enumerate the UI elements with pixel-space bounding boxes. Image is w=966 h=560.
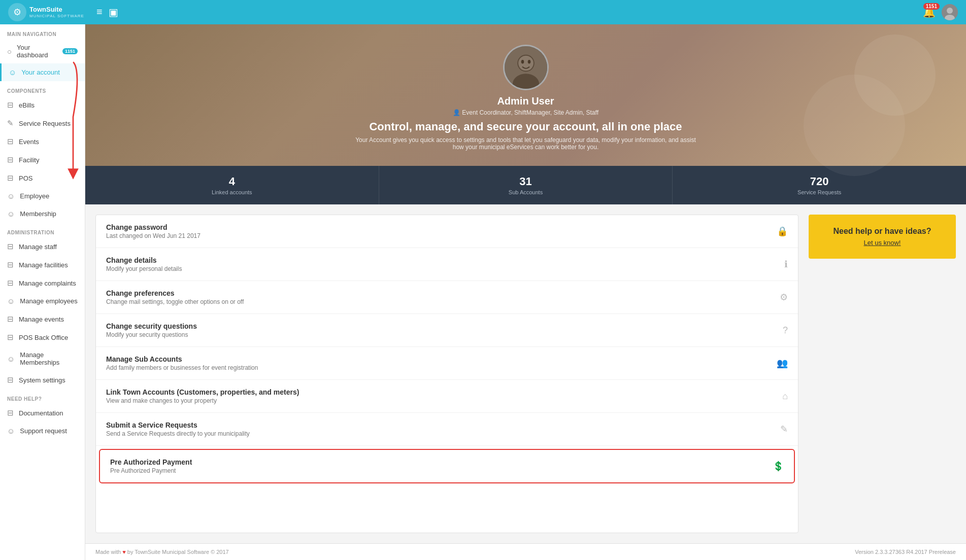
content-area: Change password Last changed on Wed Jun … [85,204,966,543]
sidebar-item-label: eBills [19,101,35,109]
account-item-change-preferences[interactable]: Change preferences Change mail settings,… [96,281,798,314]
logo-name: TownSuite [29,6,84,13]
sidebar-item-label: Service Requests [19,120,71,127]
sidebar-item-system-settings[interactable]: ⊟ System settings [0,371,85,389]
account-icon: ☺ [9,68,16,77]
footer-by: by TownSuite Municipal Software © 2017 [127,549,229,555]
edit-icon: ✎ [780,424,788,435]
sidebar-item-documentation[interactable]: ⊟ Documentation [0,404,85,422]
svg-point-8 [527,60,530,63]
menu-toggle-icon[interactable]: ≡ [96,6,103,18]
sidebar-item-label: POS [19,174,32,182]
help-link[interactable]: Let us know! [819,239,946,247]
components-label: Components [0,81,85,96]
payment-icon: 💲 [773,461,784,472]
item-desc: Last changed on Wed Jun 21 2017 [106,232,772,239]
sidebar-item-pos[interactable]: ⊟ POS [0,169,85,187]
account-item-link-town[interactable]: Link Town Accounts (Customers, propertie… [96,380,798,413]
profile-name: Admin User [497,95,554,107]
sidebar-item-dashboard[interactable]: ○ Your dashboard 1151 [0,39,85,63]
sidebar-item-label: Support request [20,427,67,435]
need-help-label: Need help? [0,389,85,404]
stat-label: Sub Accounts [384,189,668,195]
right-panel: Need help or have ideas? Let us know! [809,215,956,533]
sidebar-item-employee[interactable]: ☺ Employee [0,187,85,205]
sidebar-item-pos-back-office[interactable]: ⊟ POS Back Office [0,328,85,346]
item-title: Change preferences [106,289,775,297]
sidebar-item-membership[interactable]: ☺ Membership [0,205,85,223]
dashboard-icon: ○ [7,47,12,56]
administration-label: Administration [0,223,85,237]
ebills-icon: ⊟ [7,100,14,110]
sidebar-item-manage-employees[interactable]: ☺ Manage employees [0,292,85,310]
stat-service-requests: 720 Service Requests [673,166,966,204]
lock-icon: 🔒 [777,226,788,237]
service-requests-icon: ✎ [7,119,14,128]
help-card[interactable]: Need help or have ideas? Let us know! [809,215,956,259]
facility-icon: ⊟ [7,155,14,164]
sidebar-item-manage-complaints[interactable]: ⊟ Manage complaints [0,274,85,292]
sidebar: Main Navigation ○ Your dashboard 1151 ☺ … [0,24,85,560]
account-item-security-questions[interactable]: Change security questions Modify your se… [96,314,798,347]
sidebar-item-manage-staff[interactable]: ⊟ Manage staff [0,237,85,256]
sidebar-item-label: Manage facilities [19,261,68,269]
membership-icon: ☺ [7,209,15,218]
sidebar-item-manage-facilities[interactable]: ⊟ Manage facilities [0,256,85,274]
home-icon: ⌂ [782,391,788,402]
sidebar-item-label: Facility [19,156,39,164]
sidebar-item-label: System settings [19,376,65,384]
account-item-pre-authorized[interactable]: Pre Authorized Payment Pre Authorized Pa… [99,449,795,483]
profile-header: Admin User 👤 Event Coordinator, ShiftMan… [85,24,966,166]
manage-memberships-icon: ☺ [7,355,15,363]
documentation-icon: ⊟ [7,408,14,417]
logo-icon: ⚙ [8,3,26,21]
sidebar-item-support-request[interactable]: ☺ Support request [0,422,85,440]
layout: Main Navigation ○ Your dashboard 1151 ☺ … [0,24,966,560]
sidebar-item-service-requests[interactable]: ✎ Service Requests [0,114,85,132]
account-item-sub-accounts[interactable]: Manage Sub Accounts Add family members o… [96,347,798,380]
account-item-change-password[interactable]: Change password Last changed on Wed Jun … [96,215,798,248]
item-desc: Send a Service Requests directly to your… [106,430,775,437]
gear-icon: ⚙ [780,292,788,303]
employee-icon: ☺ [7,192,15,200]
item-title: Submit a Service Requests [106,421,775,429]
item-desc: Pre Authorized Payment [110,467,768,474]
sidebar-item-label: Documentation [19,409,63,417]
notification-bell[interactable]: 🔔 1151 [923,6,936,18]
main-content: Admin User 👤 Event Coordinator, ShiftMan… [85,24,966,560]
sidebar-item-manage-memberships[interactable]: ☺ Manage Memberships [0,346,85,371]
page-footer: Made with ♥ by TownSuite Municipal Softw… [85,543,966,560]
item-desc: Modify your security questions [106,331,778,338]
item-title: Change security questions [106,322,778,330]
logo[interactable]: ⚙ TownSuite MUNICIPAL SOFTWARE [8,3,84,21]
logo-sub: MUNICIPAL SOFTWARE [29,14,84,18]
account-list: Change password Last changed on Wed Jun … [95,215,798,533]
sidebar-item-events[interactable]: ⊟ Events [0,132,85,151]
footer-left: Made with ♥ by TownSuite Municipal Softw… [95,549,229,555]
item-title: Manage Sub Accounts [106,355,772,363]
sidebar-item-account[interactable]: ☺ Your account [0,63,85,81]
sidebar-item-label: Manage complaints [19,279,76,287]
manage-employees-icon: ☺ [7,297,15,305]
account-item-change-details[interactable]: Change details Modify your personal deta… [96,248,798,281]
profile-avatar [503,45,549,90]
pos-back-office-icon: ⊟ [7,333,14,342]
layout-icon[interactable]: ▣ [109,6,118,18]
item-desc: View and make changes to your property [106,397,777,404]
account-item-service-request[interactable]: Submit a Service Requests Send a Service… [96,413,798,446]
stat-sub-accounts: 31 Sub Accounts [379,166,673,204]
sidebar-item-label: Your dashboard [17,44,55,59]
notification-badge: 1151 [923,3,940,10]
roles-icon: 👤 [453,109,460,116]
topbar-right: 🔔 1151 [923,4,958,20]
sidebar-item-ebills[interactable]: ⊟ eBills [0,96,85,114]
sidebar-item-label: Your account [21,68,59,76]
manage-complaints-icon: ⊟ [7,278,14,288]
dashboard-badge: 1151 [62,48,78,54]
sidebar-item-manage-events[interactable]: ⊟ Manage events [0,310,85,328]
profile-tagline: Control, manage, and secure your account… [369,120,682,133]
sidebar-item-facility[interactable]: ⊟ Facility [0,151,85,169]
stat-number: 720 [678,175,961,188]
user-avatar[interactable] [942,4,958,20]
system-settings-icon: ⊟ [7,375,14,384]
